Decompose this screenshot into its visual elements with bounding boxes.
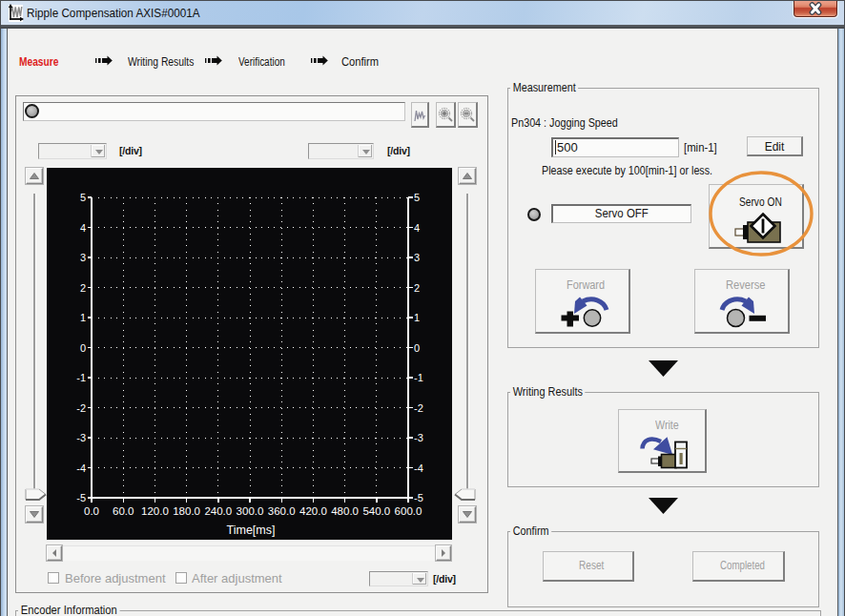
svg-text:4: 4 (414, 222, 420, 234)
svg-text:1: 1 (414, 312, 420, 323)
svg-text:300.0: 300.0 (237, 505, 264, 517)
svg-text:540.0: 540.0 (362, 505, 390, 517)
svg-text:Time[ms]: Time[ms] (227, 524, 276, 537)
svg-text:480.0: 480.0 (331, 505, 359, 517)
svg-text:3: 3 (80, 252, 86, 263)
svg-text:2: 2 (414, 282, 420, 294)
svg-text:180.0: 180.0 (173, 505, 200, 517)
svg-text:-1: -1 (76, 372, 86, 383)
svg-text:-4: -4 (414, 462, 423, 474)
svg-text:5: 5 (414, 192, 420, 203)
svg-text:0.0: 0.0 (84, 505, 99, 517)
svg-text:-3: -3 (414, 432, 423, 443)
svg-text:360.0: 360.0 (268, 505, 296, 517)
svg-text:2: 2 (80, 282, 86, 294)
svg-text:1: 1 (80, 312, 86, 323)
svg-text:-2: -2 (414, 402, 423, 414)
svg-text:-5: -5 (76, 492, 86, 503)
svg-text:-3: -3 (76, 432, 86, 443)
svg-text:600.0: 600.0 (395, 505, 422, 517)
svg-text:3: 3 (414, 252, 420, 263)
svg-text:120.0: 120.0 (141, 505, 169, 517)
svg-text:0: 0 (414, 342, 420, 354)
svg-text:5: 5 (80, 192, 86, 203)
svg-text:240.0: 240.0 (204, 505, 232, 517)
svg-text:0: 0 (80, 342, 86, 354)
svg-text:-1: -1 (414, 372, 423, 383)
svg-text:420.0: 420.0 (299, 505, 327, 517)
svg-text:-2: -2 (76, 402, 86, 414)
svg-text:60.0: 60.0 (113, 505, 134, 517)
svg-text:-4: -4 (76, 462, 86, 474)
svg-text:-5: -5 (414, 492, 423, 503)
svg-text:4: 4 (80, 222, 86, 234)
